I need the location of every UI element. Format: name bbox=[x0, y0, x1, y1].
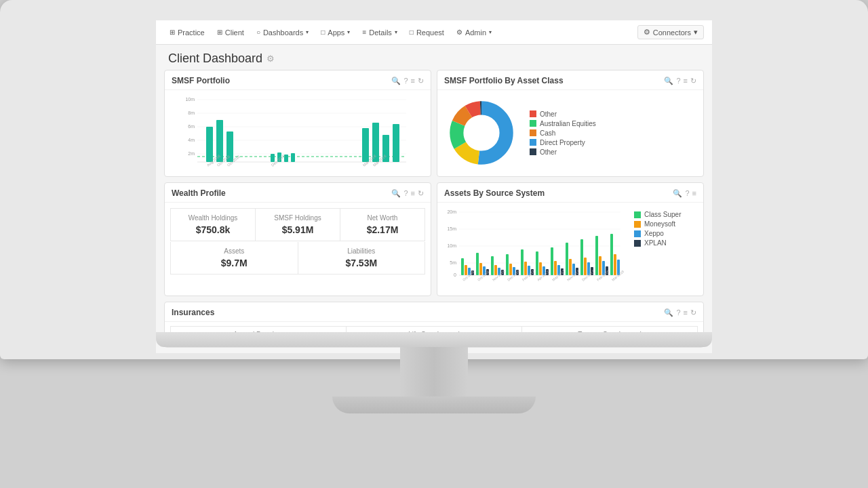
svg-text:10m: 10m bbox=[185, 97, 195, 102]
nav-item-request[interactable]: □ Request bbox=[404, 26, 450, 39]
legend-direct-prop: Direct Property bbox=[530, 139, 596, 146]
legend-dot-xeppo bbox=[634, 230, 641, 237]
smsf-holdings-cell: SMSF Holdings $5.91M bbox=[256, 209, 340, 241]
wealth-holdings-value: $750.8k bbox=[178, 224, 248, 235]
nav-item-dashboards[interactable]: ○ Dashboards ▾ bbox=[251, 26, 314, 39]
legend-other2: Other bbox=[530, 148, 596, 156]
assets-source-zoom-icon[interactable]: 🔍 bbox=[673, 189, 682, 198]
wealth-grid-top: Wealth Holdings $750.8k SMSF Holdings $5… bbox=[170, 208, 425, 241]
nav-label-dashboards: Dashboards bbox=[263, 28, 303, 37]
monitor-bottom-bezel bbox=[156, 332, 712, 347]
wealth-actions: 🔍 ? ≡ ↻ bbox=[391, 189, 424, 198]
svg-rect-79 bbox=[584, 258, 587, 275]
svg-text:10m: 10m bbox=[447, 243, 456, 248]
nav-item-apps[interactable]: □ Apps ▾ bbox=[315, 26, 355, 39]
page-settings-icon[interactable]: ⚙ bbox=[267, 54, 275, 64]
apps-icon: □ bbox=[321, 28, 325, 36]
legend-dot-moneysoft bbox=[634, 221, 641, 228]
assets-cell: Assets $9.7M bbox=[171, 242, 298, 274]
nav-right: ⚙ Connectors ▾ bbox=[637, 25, 704, 39]
assets-source-legend: Class Super Moneysoft Xeppo XPLAN bbox=[634, 205, 681, 247]
asset-class-zoom-icon[interactable]: 🔍 bbox=[664, 77, 673, 85]
svg-rect-71 bbox=[554, 261, 557, 275]
asset-class-info-icon[interactable]: ? bbox=[676, 77, 680, 85]
legend-dot-other1 bbox=[530, 110, 536, 117]
connectors-caret: ▾ bbox=[694, 28, 698, 37]
admin-icon: ⚙ bbox=[456, 28, 462, 36]
dashboard-grid: SMSF Portfolio 🔍 ? ≡ ↻ 10m 8m 6m bbox=[156, 70, 712, 353]
wealth-holdings-label: Wealth Holdings bbox=[178, 214, 248, 222]
legend-label-xplan: XPLAN bbox=[644, 239, 667, 247]
insurances-info-icon[interactable]: ? bbox=[676, 308, 680, 317]
wealth-body: Wealth Holdings $750.8k SMSF Holdings $5… bbox=[165, 203, 431, 280]
svg-rect-54 bbox=[491, 256, 494, 275]
wealth-grid-bottom: Assets $9.7M Liabilities $7.53M bbox=[170, 242, 425, 274]
assets-source-body: 20m 15m 10m 5m 0 bbox=[437, 203, 703, 296]
legend-dot-cash bbox=[530, 129, 536, 136]
svg-rect-62 bbox=[521, 249, 524, 275]
page-title: Client Dashboard bbox=[168, 52, 262, 66]
svg-rect-18 bbox=[291, 153, 295, 162]
svg-text:8m: 8m bbox=[188, 110, 195, 115]
assets-label: Assets bbox=[178, 247, 291, 255]
wealth-list-icon[interactable]: ≡ bbox=[411, 189, 415, 197]
monitor-stand-neck bbox=[400, 347, 468, 401]
widget-asset-class: SMSF Portfolio By Asset Class 🔍 ? ≡ ↻ bbox=[437, 70, 704, 177]
assets-source-list-icon[interactable]: ≡ bbox=[692, 189, 696, 197]
smsf-portfolio-title: SMSF Portfolio bbox=[172, 76, 230, 85]
smsf-portfolio-zoom-icon[interactable]: 🔍 bbox=[391, 77, 401, 85]
legend-label-moneysoft: Moneysoft bbox=[644, 220, 675, 228]
monitor-stand-base bbox=[332, 396, 536, 413]
smsf-portfolio-refresh-icon[interactable]: ↻ bbox=[418, 77, 424, 85]
svg-rect-46 bbox=[461, 258, 464, 275]
smsf-portfolio-actions: 🔍 ? ≡ ↻ bbox=[391, 77, 424, 85]
insurances-zoom-icon[interactable]: 🔍 bbox=[664, 308, 673, 317]
widget-assets-source-header: Assets By Source System 🔍 ? ≡ bbox=[437, 183, 703, 203]
asset-class-list-icon[interactable]: ≡ bbox=[684, 77, 688, 85]
svg-text:6m: 6m bbox=[188, 124, 195, 129]
smsf-portfolio-list-icon[interactable]: ≡ bbox=[411, 77, 415, 85]
svg-rect-74 bbox=[566, 243, 568, 275]
nav-item-admin[interactable]: ⚙ Admin ▾ bbox=[451, 26, 497, 39]
svg-rect-59 bbox=[509, 264, 512, 275]
smsf-portfolio-body: 10m 8m 6m 4m 2m bbox=[165, 90, 431, 176]
smsf-holdings-label: SMSF Holdings bbox=[262, 214, 333, 222]
svg-rect-75 bbox=[569, 259, 572, 275]
asset-class-refresh-icon[interactable]: ↻ bbox=[690, 77, 696, 85]
nav-item-client[interactable]: ⊞ Client bbox=[212, 26, 250, 39]
smsf-portfolio-info-icon[interactable]: ? bbox=[403, 77, 408, 85]
nav-label-request: Request bbox=[416, 28, 444, 37]
admin-caret: ▾ bbox=[489, 29, 492, 35]
assets-source-title: Assets By Source System bbox=[444, 188, 545, 198]
wealth-refresh-icon[interactable]: ↻ bbox=[418, 189, 424, 198]
liabilities-cell: Liabilities $7.53M bbox=[298, 242, 425, 274]
page-header: Client Dashboard ⚙ bbox=[156, 45, 712, 70]
wealth-zoom-icon[interactable]: 🔍 bbox=[391, 189, 401, 198]
nav-item-practice[interactable]: ⊞ Practice bbox=[164, 26, 210, 39]
liabilities-value: $7.53M bbox=[305, 258, 418, 268]
assets-source-info-icon[interactable]: ? bbox=[685, 189, 689, 197]
svg-rect-70 bbox=[551, 247, 553, 275]
wealth-info-icon[interactable]: ? bbox=[403, 189, 408, 197]
svg-text:5m: 5m bbox=[450, 260, 456, 265]
svg-rect-50 bbox=[476, 253, 479, 275]
legend-label-aus-eq: Australian Equities bbox=[540, 120, 596, 127]
nav-item-details[interactable]: ≡ Details ▾ bbox=[357, 26, 402, 39]
assets-value: $9.7M bbox=[178, 258, 291, 268]
connectors-label: Connectors bbox=[653, 28, 691, 37]
svg-rect-83 bbox=[599, 256, 601, 275]
legend-dot-other2 bbox=[530, 148, 536, 155]
connectors-gear-icon: ⚙ bbox=[644, 28, 650, 37]
svg-text:15m: 15m bbox=[447, 226, 456, 231]
legend-class-super: Class Super bbox=[634, 211, 681, 218]
asset-class-body: Other Australian Equities Cash Dire bbox=[437, 90, 703, 176]
connectors-button[interactable]: ⚙ Connectors ▾ bbox=[637, 25, 704, 39]
svg-rect-22 bbox=[393, 124, 399, 162]
navbar: ⊞ Practice ⊞ Client ○ Dashboards ▾ □ App… bbox=[156, 20, 712, 45]
details-icon: ≡ bbox=[362, 28, 366, 36]
insurances-refresh-icon[interactable]: ↻ bbox=[690, 308, 696, 317]
legend-other1: Other bbox=[530, 110, 596, 118]
svg-rect-17 bbox=[284, 155, 288, 162]
insurances-list-icon[interactable]: ≡ bbox=[684, 308, 688, 317]
donut-chart-svg bbox=[444, 96, 519, 170]
